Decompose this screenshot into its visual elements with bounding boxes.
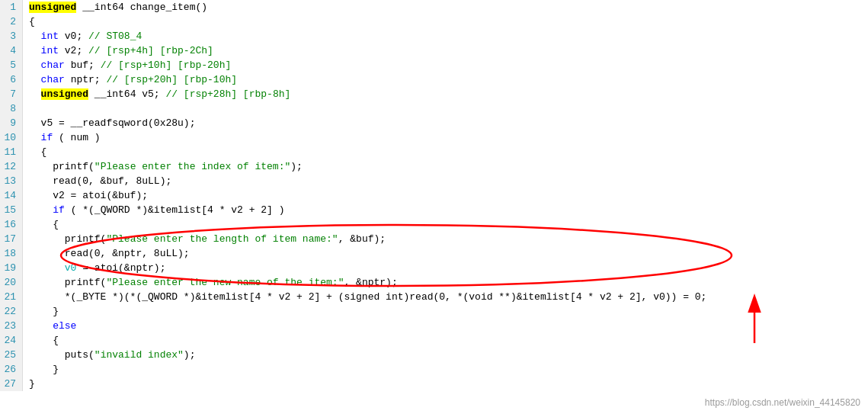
line-content: unsigned __int64 v5; // [rsp+28h] [rbp-8…	[23, 87, 868, 101]
line-number: 8	[0, 101, 23, 116]
code-line: 27}	[0, 377, 868, 391]
code-container: 1unsigned __int64 change_item()2{3 int v…	[0, 0, 868, 414]
code-line: 22 }	[0, 304, 868, 319]
line-number: 19	[0, 261, 23, 275]
line-content: printf("Please enter the length of item …	[23, 232, 868, 246]
code-line: 15 if ( *(_QWORD *)&itemlist[4 * v2 + 2]…	[0, 203, 868, 217]
line-number: 25	[0, 348, 23, 362]
code-line: 2{	[0, 14, 868, 29]
code-line: 7 unsigned __int64 v5; // [rsp+28h] [rbp…	[0, 87, 868, 101]
line-content: printf("Please enter the new name of the…	[23, 275, 868, 290]
line-number: 16	[0, 217, 23, 232]
line-content: read(0, &nptr, 8uLL);	[23, 246, 868, 261]
code-line: 9 v5 = __readfsqword(0x28u);	[0, 116, 868, 130]
code-line: 12 printf("Please enter the index of ite…	[0, 159, 868, 174]
code-line: 11 {	[0, 145, 868, 159]
line-number: 17	[0, 232, 23, 246]
watermark: https://blog.csdn.net/weixin_44145820	[705, 397, 860, 408]
line-content: char buf; // [rsp+10h] [rbp-20h]	[23, 58, 868, 72]
line-number: 21	[0, 290, 23, 304]
line-content: {	[23, 145, 868, 159]
line-content: {	[23, 14, 868, 29]
line-content: }	[23, 377, 868, 391]
line-number: 12	[0, 159, 23, 174]
code-line: 21 *(_BYTE *)(*(_QWORD *)&itemlist[4 * v…	[0, 290, 868, 304]
line-number: 13	[0, 174, 23, 188]
code-line: 14 v2 = atoi(&buf);	[0, 188, 868, 203]
code-line: 26 }	[0, 362, 868, 377]
code-line: 1unsigned __int64 change_item()	[0, 0, 868, 14]
line-number: 18	[0, 246, 23, 261]
code-line: 25 puts("invaild index");	[0, 348, 868, 362]
code-line: 16 {	[0, 217, 868, 232]
line-number: 5	[0, 58, 23, 72]
line-content: v0 = atoi(&nptr);	[23, 261, 868, 275]
code-line: 4 int v2; // [rsp+4h] [rbp-2Ch]	[0, 43, 868, 58]
line-number: 11	[0, 145, 23, 159]
line-content: if ( *(_QWORD *)&itemlist[4 * v2 + 2] )	[23, 203, 868, 217]
line-number: 22	[0, 304, 23, 319]
line-number: 4	[0, 43, 23, 58]
code-line: 19 v0 = atoi(&nptr);	[0, 261, 868, 275]
code-line: 17 printf("Please enter the length of it…	[0, 232, 868, 246]
code-line: 18 read(0, &nptr, 8uLL);	[0, 246, 868, 261]
line-content: unsigned __int64 change_item()	[23, 0, 868, 14]
line-content: {	[23, 217, 868, 232]
line-number: 10	[0, 130, 23, 145]
code-line: 6 char nptr; // [rsp+20h] [rbp-10h]	[0, 72, 868, 87]
line-number: 26	[0, 362, 23, 377]
line-content: printf("Please enter the index of item:"…	[23, 159, 868, 174]
line-content: if ( num )	[23, 130, 868, 145]
code-lines: 1unsigned __int64 change_item()2{3 int v…	[0, 0, 868, 391]
line-number: 14	[0, 188, 23, 203]
code-line: 3 int v0; // ST08_4	[0, 29, 868, 43]
code-line: 10 if ( num )	[0, 130, 868, 145]
line-content: }	[23, 304, 868, 319]
line-content: char nptr; // [rsp+20h] [rbp-10h]	[23, 72, 868, 87]
line-number: 2	[0, 14, 23, 29]
line-content: v5 = __readfsqword(0x28u);	[23, 116, 868, 130]
line-content: int v0; // ST08_4	[23, 29, 868, 43]
line-number: 3	[0, 29, 23, 43]
code-line: 8	[0, 101, 868, 116]
line-number: 15	[0, 203, 23, 217]
line-content: *(_BYTE *)(*(_QWORD *)&itemlist[4 * v2 +…	[23, 290, 868, 304]
line-content: }	[23, 362, 868, 377]
code-line: 20 printf("Please enter the new name of …	[0, 275, 868, 290]
line-number: 23	[0, 319, 23, 333]
line-content: puts("invaild index");	[23, 348, 868, 362]
code-line: 24 {	[0, 333, 868, 348]
line-number: 9	[0, 116, 23, 130]
line-number: 27	[0, 377, 23, 391]
line-content: int v2; // [rsp+4h] [rbp-2Ch]	[23, 43, 868, 58]
line-number: 1	[0, 0, 23, 14]
code-line: 23 else	[0, 319, 868, 333]
code-line: 5 char buf; // [rsp+10h] [rbp-20h]	[0, 58, 868, 72]
line-content: read(0, &buf, 8uLL);	[23, 174, 868, 188]
line-number: 7	[0, 87, 23, 101]
line-number: 20	[0, 275, 23, 290]
line-content: else	[23, 319, 868, 333]
line-number: 6	[0, 72, 23, 87]
line-content: v2 = atoi(&buf);	[23, 188, 868, 203]
line-content: {	[23, 333, 868, 348]
line-number: 24	[0, 333, 23, 348]
code-line: 13 read(0, &buf, 8uLL);	[0, 174, 868, 188]
